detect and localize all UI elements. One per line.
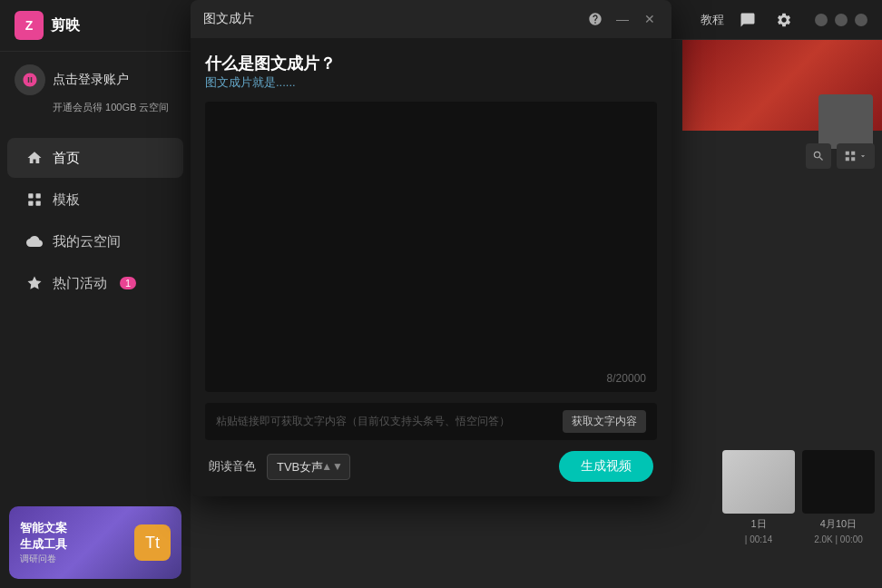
content-heading-text: 什么是图文成片？ xyxy=(205,53,657,74)
thumb-image-1 xyxy=(722,450,795,514)
toolbar-row xyxy=(799,140,882,172)
login-text: 点击登录账户 xyxy=(53,72,129,88)
app-container: Z 剪映 点击登录账户 开通会员得 100GB 云空间 xyxy=(0,0,882,588)
modal-body: 什么是图文成片？ 图文成片就是...... 8/20000 粘贴链接即可获取文字… xyxy=(191,38,671,496)
user-section: 点击登录账户 开通会员得 100GB 云空间 xyxy=(0,52,191,127)
chat-icon[interactable] xyxy=(735,7,760,33)
cloud-label: 我的云空间 xyxy=(53,233,121,250)
thumb-meta-2: 2.0K | 00:00 xyxy=(802,534,875,544)
svg-rect-2 xyxy=(28,201,33,206)
close-button[interactable]: ✕ xyxy=(855,14,867,26)
thumbnail-card-2: 4月10日 2.0K | 00:00 xyxy=(802,450,875,544)
voice-row: 朗读音色 TVB女声 ▲▼ xyxy=(209,454,350,480)
banner-subtitle: 调研问卷 xyxy=(20,553,67,565)
modal-close-button[interactable]: ✕ xyxy=(641,10,659,28)
sidebar-item-activity[interactable]: 热门活动 1 xyxy=(7,263,183,303)
home-label: 首页 xyxy=(53,150,80,167)
content-textarea[interactable] xyxy=(205,102,657,392)
search-button[interactable] xyxy=(806,143,831,169)
sidebar-item-cloud[interactable]: 我的云空间 xyxy=(7,221,183,261)
voice-select-wrapper: TVB女声 ▲▼ xyxy=(267,454,350,480)
sidebar: Z 剪映 点击登录账户 开通会员得 100GB 云空间 xyxy=(0,0,191,588)
voice-label: 朗读音色 xyxy=(209,458,256,475)
modal-minimize-button[interactable]: — xyxy=(613,10,632,28)
tutorial-link[interactable]: 教程 xyxy=(701,12,724,28)
content-subtext: 图文成片就是...... xyxy=(205,74,657,91)
thumb-date-2: 4月10日 xyxy=(802,517,875,531)
modal-title: 图文成片 xyxy=(203,11,254,27)
thumbnail-area: 1日 | 00:14 4月10日 2.0K | 00:00 xyxy=(715,443,882,552)
activity-badge: 1 xyxy=(120,277,136,289)
app-title: 剪映 xyxy=(51,16,80,35)
maximize-button[interactable]: □ xyxy=(835,14,848,26)
thumbnail-card-1: 1日 | 00:14 xyxy=(722,450,795,544)
generate-button[interactable]: 生成视频 xyxy=(559,451,653,482)
sidebar-header: Z 剪映 xyxy=(0,0,191,52)
activity-icon xyxy=(25,274,44,292)
voice-select[interactable]: TVB女声 xyxy=(267,454,350,480)
window-controls: — □ ✕ xyxy=(815,14,867,26)
activity-label: 热门活动 xyxy=(53,275,107,292)
avatar xyxy=(15,64,45,95)
login-button[interactable]: 点击登录账户 xyxy=(15,64,176,95)
modal-dialog: 图文成片 — ✕ 什么是图文成片？ 图文成片就是...... xyxy=(191,0,671,496)
bottom-row: 朗读音色 TVB女声 ▲▼ 生成视频 xyxy=(205,451,657,482)
modal-titlebar: 图文成片 — ✕ xyxy=(191,0,671,38)
content-heading: 什么是图文成片？ 图文成片就是...... xyxy=(205,53,657,91)
svg-rect-1 xyxy=(36,193,41,198)
nav-section: 首页 模板 我的云 xyxy=(0,127,191,497)
svg-rect-3 xyxy=(36,201,41,206)
sidebar-item-home[interactable]: 首页 xyxy=(7,138,183,178)
banner-title: 智能文案生成工具 xyxy=(20,520,67,553)
minimize-button[interactable]: — xyxy=(815,14,828,26)
modal-help-button[interactable] xyxy=(586,10,604,28)
thumb-image-2 xyxy=(802,450,875,514)
url-input-row: 粘贴链接即可获取文字内容（目前仅支持头条号、悟空问答） 获取文字内容 xyxy=(205,403,657,440)
cloud-icon xyxy=(25,232,44,250)
settings-icon[interactable] xyxy=(771,7,797,33)
modal-controls: — ✕ xyxy=(586,10,659,28)
vip-text: 开通会员得 100GB 云空间 xyxy=(15,101,176,114)
app-logo: Z xyxy=(15,11,44,40)
extract-button[interactable]: 获取文字内容 xyxy=(563,410,646,433)
sidebar-item-template[interactable]: 模板 xyxy=(7,180,183,220)
view-toggle-button[interactable] xyxy=(837,143,875,169)
char-count: 8/20000 xyxy=(607,372,646,385)
banner-text: 智能文案生成工具 调研问卷 xyxy=(20,520,67,565)
template-label: 模板 xyxy=(53,191,80,209)
url-placeholder-text: 粘贴链接即可获取文字内容（目前仅支持头条号、悟空问答） xyxy=(216,414,555,429)
sidebar-banner[interactable]: 智能文案生成工具 调研问卷 Tt xyxy=(9,506,181,579)
thumb-meta-1: | 00:14 xyxy=(722,534,795,544)
template-icon xyxy=(25,191,44,209)
banner-icon: Tt xyxy=(134,524,171,561)
home-icon xyxy=(25,149,44,167)
svg-rect-0 xyxy=(28,193,33,198)
thumb-date-1: 1日 xyxy=(722,517,795,531)
text-area-container: 8/20000 xyxy=(205,102,657,392)
